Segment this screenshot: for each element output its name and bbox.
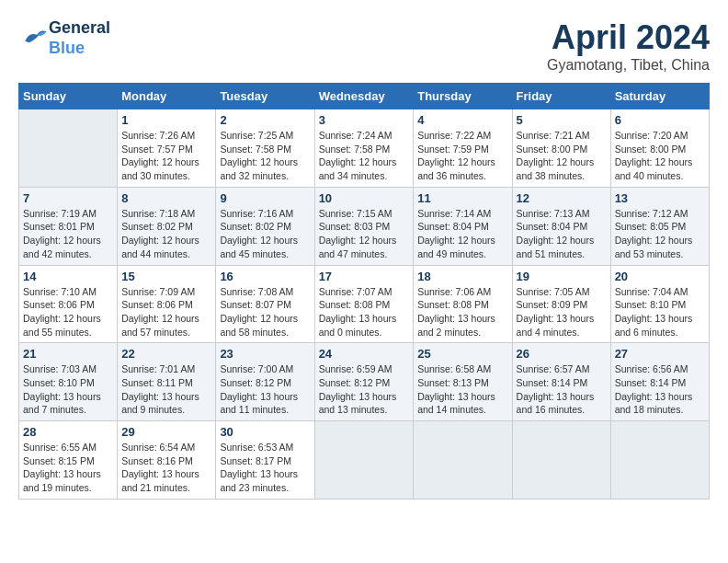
column-header-wednesday: Wednesday bbox=[314, 84, 414, 109]
calendar-cell bbox=[314, 421, 414, 500]
calendar-cell: 29Sunrise: 6:54 AMSunset: 8:16 PMDayligh… bbox=[118, 421, 216, 500]
calendar-cell: 9Sunrise: 7:16 AMSunset: 8:02 PMDaylight… bbox=[216, 187, 314, 265]
day-number: 8 bbox=[121, 191, 211, 205]
calendar-table: SundayMondayTuesdayWednesdayThursdayFrid… bbox=[18, 83, 710, 500]
day-info: Sunrise: 7:18 AMSunset: 8:02 PMDaylight:… bbox=[121, 207, 211, 261]
day-number: 5 bbox=[517, 113, 607, 127]
calendar-cell: 30Sunrise: 6:53 AMSunset: 8:17 PMDayligh… bbox=[216, 421, 314, 500]
day-number: 11 bbox=[417, 191, 507, 205]
calendar-cell: 1Sunrise: 7:26 AMSunset: 7:57 PMDaylight… bbox=[118, 109, 216, 188]
calendar-cell: 18Sunrise: 7:06 AMSunset: 8:08 PMDayligh… bbox=[414, 265, 512, 343]
calendar-cell: 17Sunrise: 7:07 AMSunset: 8:08 PMDayligh… bbox=[314, 265, 414, 343]
calendar-cell: 16Sunrise: 7:08 AMSunset: 8:07 PMDayligh… bbox=[216, 265, 314, 343]
day-info: Sunrise: 7:01 AMSunset: 8:11 PMDaylight:… bbox=[121, 362, 211, 417]
week-row-4: 21Sunrise: 7:03 AMSunset: 8:10 PMDayligh… bbox=[19, 343, 710, 421]
day-number: 16 bbox=[220, 270, 310, 283]
day-number: 13 bbox=[615, 191, 705, 205]
week-row-3: 14Sunrise: 7:10 AMSunset: 8:06 PMDayligh… bbox=[19, 265, 710, 343]
calendar-cell: 15Sunrise: 7:09 AMSunset: 8:06 PMDayligh… bbox=[118, 265, 216, 343]
day-number: 9 bbox=[220, 191, 310, 205]
day-number: 1 bbox=[121, 113, 211, 127]
day-info: Sunrise: 7:25 AMSunset: 7:58 PMDaylight:… bbox=[220, 129, 310, 183]
day-info: Sunrise: 7:20 AMSunset: 8:00 PMDaylight:… bbox=[615, 129, 705, 183]
column-header-thursday: Thursday bbox=[414, 84, 512, 109]
day-number: 10 bbox=[319, 191, 410, 205]
day-number: 20 bbox=[615, 270, 705, 283]
logo-text: GeneralBlue bbox=[49, 18, 110, 58]
calendar-cell: 11Sunrise: 7:14 AMSunset: 8:04 PMDayligh… bbox=[414, 187, 512, 265]
calendar-cell bbox=[512, 421, 610, 500]
day-info: Sunrise: 7:12 AMSunset: 8:05 PMDaylight:… bbox=[615, 207, 705, 261]
page-header: GeneralBlue April 2024 Gyamotang, Tibet,… bbox=[18, 18, 710, 74]
calendar-cell: 28Sunrise: 6:55 AMSunset: 8:15 PMDayligh… bbox=[19, 421, 118, 500]
day-info: Sunrise: 7:05 AMSunset: 8:09 PMDaylight:… bbox=[517, 285, 607, 339]
day-number: 29 bbox=[121, 425, 211, 439]
day-number: 15 bbox=[121, 270, 211, 283]
calendar-cell: 4Sunrise: 7:22 AMSunset: 7:59 PMDaylight… bbox=[414, 109, 512, 188]
day-number: 2 bbox=[220, 113, 310, 127]
day-info: Sunrise: 7:06 AMSunset: 8:08 PMDaylight:… bbox=[417, 285, 507, 339]
calendar-cell: 24Sunrise: 6:59 AMSunset: 8:12 PMDayligh… bbox=[314, 343, 414, 421]
day-info: Sunrise: 7:13 AMSunset: 8:04 PMDaylight:… bbox=[517, 207, 607, 261]
day-info: Sunrise: 6:56 AMSunset: 8:14 PMDaylight:… bbox=[615, 362, 705, 417]
day-number: 27 bbox=[615, 347, 705, 361]
logo-icon bbox=[21, 25, 49, 48]
day-info: Sunrise: 7:08 AMSunset: 8:07 PMDaylight:… bbox=[220, 285, 310, 339]
day-info: Sunrise: 7:04 AMSunset: 8:10 PMDaylight:… bbox=[615, 285, 705, 339]
calendar-cell bbox=[19, 109, 118, 188]
day-number: 17 bbox=[319, 270, 410, 283]
day-number: 23 bbox=[220, 347, 310, 361]
day-info: Sunrise: 7:19 AMSunset: 8:01 PMDaylight:… bbox=[23, 207, 113, 261]
day-info: Sunrise: 6:58 AMSunset: 8:13 PMDaylight:… bbox=[417, 362, 507, 417]
day-number: 7 bbox=[23, 191, 113, 205]
day-number: 19 bbox=[517, 270, 607, 283]
calendar-cell: 25Sunrise: 6:58 AMSunset: 8:13 PMDayligh… bbox=[414, 343, 512, 421]
month-title: April 2024 bbox=[547, 18, 710, 57]
day-number: 6 bbox=[615, 113, 705, 127]
day-number: 3 bbox=[319, 113, 410, 127]
day-info: Sunrise: 7:03 AMSunset: 8:10 PMDaylight:… bbox=[23, 362, 113, 417]
calendar-cell: 22Sunrise: 7:01 AMSunset: 8:11 PMDayligh… bbox=[118, 343, 216, 421]
day-info: Sunrise: 7:00 AMSunset: 8:12 PMDaylight:… bbox=[220, 362, 310, 417]
day-info: Sunrise: 7:10 AMSunset: 8:06 PMDaylight:… bbox=[23, 285, 113, 339]
day-number: 24 bbox=[319, 347, 410, 361]
day-number: 14 bbox=[23, 270, 113, 283]
day-number: 18 bbox=[417, 270, 507, 283]
calendar-cell bbox=[610, 421, 709, 500]
column-header-saturday: Saturday bbox=[610, 84, 709, 109]
logo: GeneralBlue bbox=[18, 18, 110, 58]
week-row-1: 1Sunrise: 7:26 AMSunset: 7:57 PMDaylight… bbox=[19, 109, 710, 188]
day-info: Sunrise: 6:55 AMSunset: 8:15 PMDaylight:… bbox=[23, 441, 113, 495]
day-number: 25 bbox=[417, 347, 507, 361]
day-info: Sunrise: 7:07 AMSunset: 8:08 PMDaylight:… bbox=[319, 285, 410, 339]
calendar-cell: 6Sunrise: 7:20 AMSunset: 8:00 PMDaylight… bbox=[610, 109, 709, 188]
calendar-cell: 12Sunrise: 7:13 AMSunset: 8:04 PMDayligh… bbox=[512, 187, 610, 265]
calendar-cell: 13Sunrise: 7:12 AMSunset: 8:05 PMDayligh… bbox=[610, 187, 709, 265]
header-row: SundayMondayTuesdayWednesdayThursdayFrid… bbox=[19, 84, 710, 109]
day-info: Sunrise: 6:54 AMSunset: 8:16 PMDaylight:… bbox=[121, 441, 211, 495]
calendar-cell: 20Sunrise: 7:04 AMSunset: 8:10 PMDayligh… bbox=[610, 265, 709, 343]
day-number: 4 bbox=[417, 113, 507, 127]
day-number: 26 bbox=[517, 347, 607, 361]
day-info: Sunrise: 6:59 AMSunset: 8:12 PMDaylight:… bbox=[319, 362, 410, 417]
calendar-cell: 3Sunrise: 7:24 AMSunset: 7:58 PMDaylight… bbox=[314, 109, 414, 188]
day-number: 12 bbox=[517, 191, 607, 205]
calendar-cell: 5Sunrise: 7:21 AMSunset: 8:00 PMDaylight… bbox=[512, 109, 610, 188]
calendar-cell: 21Sunrise: 7:03 AMSunset: 8:10 PMDayligh… bbox=[19, 343, 118, 421]
day-info: Sunrise: 7:09 AMSunset: 8:06 PMDaylight:… bbox=[121, 285, 211, 339]
calendar-cell: 26Sunrise: 6:57 AMSunset: 8:14 PMDayligh… bbox=[512, 343, 610, 421]
day-number: 21 bbox=[23, 347, 113, 361]
day-info: Sunrise: 6:53 AMSunset: 8:17 PMDaylight:… bbox=[220, 441, 310, 495]
day-number: 30 bbox=[220, 425, 310, 439]
day-info: Sunrise: 7:24 AMSunset: 7:58 PMDaylight:… bbox=[319, 129, 410, 183]
day-info: Sunrise: 7:15 AMSunset: 8:03 PMDaylight:… bbox=[319, 207, 410, 261]
column-header-sunday: Sunday bbox=[19, 84, 118, 109]
title-block: April 2024 Gyamotang, Tibet, China bbox=[547, 18, 710, 74]
calendar-cell: 8Sunrise: 7:18 AMSunset: 8:02 PMDaylight… bbox=[118, 187, 216, 265]
day-info: Sunrise: 7:14 AMSunset: 8:04 PMDaylight:… bbox=[417, 207, 507, 261]
calendar-cell: 23Sunrise: 7:00 AMSunset: 8:12 PMDayligh… bbox=[216, 343, 314, 421]
column-header-tuesday: Tuesday bbox=[216, 84, 314, 109]
calendar-cell: 2Sunrise: 7:25 AMSunset: 7:58 PMDaylight… bbox=[216, 109, 314, 188]
calendar-cell: 19Sunrise: 7:05 AMSunset: 8:09 PMDayligh… bbox=[512, 265, 610, 343]
calendar-cell: 14Sunrise: 7:10 AMSunset: 8:06 PMDayligh… bbox=[19, 265, 118, 343]
